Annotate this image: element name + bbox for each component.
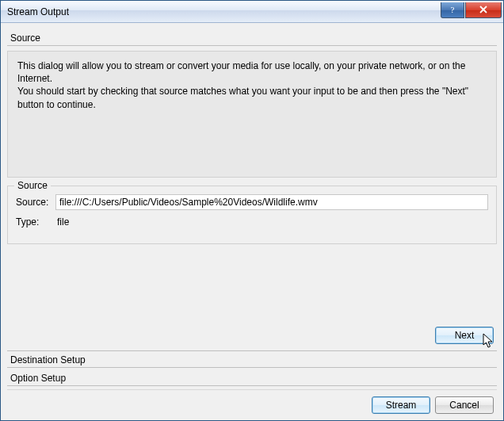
close-button[interactable] <box>465 2 502 18</box>
next-button[interactable]: Next <box>435 327 494 344</box>
type-label: Type: <box>16 216 55 228</box>
window-title: Stream Output <box>7 6 441 17</box>
option-setup-heading[interactable]: Option Setup <box>7 369 497 386</box>
help-icon: ? <box>448 5 457 14</box>
destination-setup-heading[interactable]: Destination Setup <box>7 350 497 368</box>
dialog-body: Source This dialog will allow you to str… <box>1 23 503 420</box>
stream-button[interactable]: Stream <box>372 396 430 414</box>
type-value: file <box>55 216 69 228</box>
help-button[interactable]: ? <box>441 2 464 18</box>
source-heading: Source <box>7 28 497 46</box>
svg-text:?: ? <box>451 5 455 14</box>
stream-output-dialog: Stream Output ? Source This dialog will … <box>0 0 504 421</box>
spacer <box>7 244 497 322</box>
source-group-legend: Source <box>14 180 51 191</box>
window-controls: ? <box>441 2 502 18</box>
info-text: This dialog will allow you to stream or … <box>17 60 468 110</box>
source-info-text: This dialog will allow you to stream or … <box>7 51 497 178</box>
titlebar[interactable]: Stream Output ? <box>1 1 503 23</box>
source-group: Source Source: Type: file <box>7 186 497 244</box>
footer-buttons: Stream Cancel <box>7 389 497 414</box>
next-row: Next <box>7 322 497 349</box>
source-input[interactable] <box>55 194 488 210</box>
cancel-button[interactable]: Cancel <box>435 396 494 414</box>
source-field-row: Source: <box>16 194 488 210</box>
type-field-row: Type: file <box>16 216 488 228</box>
close-icon <box>479 5 488 14</box>
source-label: Source: <box>16 197 55 208</box>
